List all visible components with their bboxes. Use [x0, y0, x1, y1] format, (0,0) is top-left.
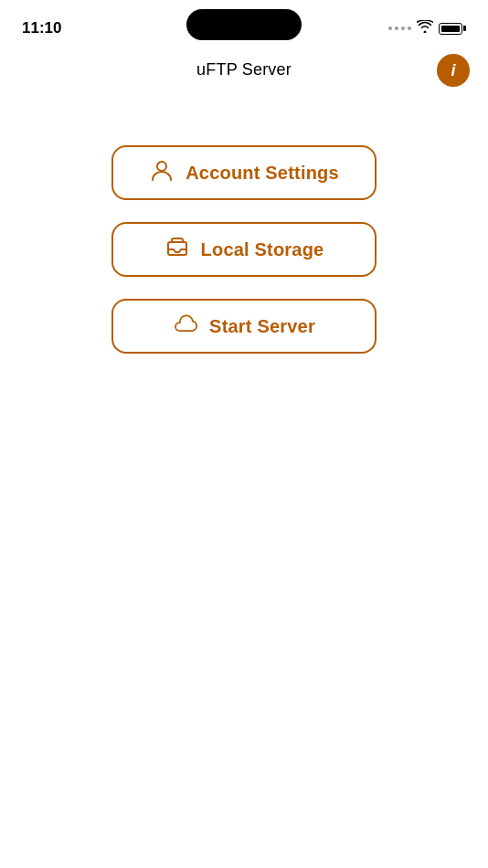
status-icons: [388, 20, 466, 37]
local-storage-label: Local Storage: [201, 239, 324, 260]
main-content: Account Settings Local Storage Start Ser…: [0, 90, 488, 354]
start-server-label: Start Server: [209, 316, 315, 337]
info-icon: i: [451, 62, 455, 79]
account-settings-button[interactable]: Account Settings: [111, 145, 377, 200]
battery-icon: [439, 23, 466, 35]
info-button[interactable]: i: [437, 54, 470, 87]
wifi-icon: [417, 20, 433, 37]
svg-point-0: [157, 162, 166, 171]
start-server-button[interactable]: Start Server: [111, 299, 377, 354]
storage-icon: [164, 235, 190, 264]
dynamic-island: [186, 9, 302, 40]
local-storage-button[interactable]: Local Storage: [111, 222, 377, 277]
account-settings-label: Account Settings: [186, 163, 339, 184]
cloud-icon: [173, 312, 198, 341]
app-title: uFTP Server: [196, 60, 292, 79]
status-time: 11:10: [22, 19, 61, 37]
header: uFTP Server i: [0, 46, 488, 90]
person-icon: [149, 158, 175, 187]
signal-icon: [388, 26, 411, 30]
